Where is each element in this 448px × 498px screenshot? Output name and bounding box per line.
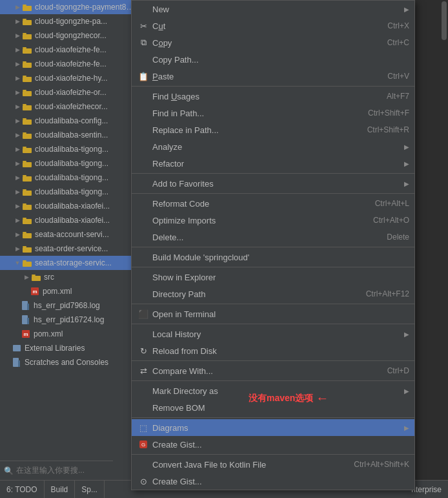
sidebar-item[interactable]: ▶ cloudalibaba-tigong... [0, 156, 136, 171]
menu-separator [132, 360, 414, 361]
menu-item-find-in-path[interactable]: Find in Path... Ctrl+Shift+F [132, 105, 414, 121]
sidebar-item[interactable]: ▶ cloud-xiaofeizhecor... [0, 99, 136, 114]
menu-item-optimize-imports[interactable]: Optimize Imports Ctrl+Alt+O [132, 212, 414, 229]
sidebar-item[interactable]: hs_err_pid7968.log [0, 298, 136, 313]
menu-item-reload-from-disk[interactable]: ↻ Reload from Disk [132, 342, 414, 359]
sidebar-item[interactable]: ▶ cloud-xiaofeizhe-fe... [0, 43, 136, 57]
svg-rect-0 [23, 5, 26, 6]
sidebar-item[interactable]: External Libraries [0, 341, 136, 355]
svg-rect-14 [23, 104, 26, 105]
sidebar-item[interactable]: ▼ seata-storage-servic... [0, 256, 136, 270]
sidebar-item[interactable]: ▶ cloud-tigongzhe-payment8002 [0, 0, 136, 14]
sidebar-item[interactable]: ▶ cloudalibaba-tigong... [0, 185, 136, 199]
submenu-arrow: ▶ [404, 160, 409, 167]
menu-item-create-gist-2[interactable]: ⊙ Create Gist... [132, 473, 414, 490]
menu-item-reformat-code[interactable]: Reformat Code Ctrl+Alt+L [132, 195, 414, 212]
sidebar-item[interactable]: ▶ seata-order-service... [0, 242, 136, 256]
svg-rect-5 [23, 34, 32, 39]
menu-shortcut: Ctrl+X [387, 21, 409, 30]
menu-item-build-module[interactable]: Build Module 'springcloud' [132, 249, 414, 265]
menu-shortcut: Delete [387, 233, 409, 242]
expand-arrow[interactable]: ▶ [14, 231, 21, 238]
menu-item-copy-path[interactable]: Copy Path... [132, 51, 414, 68]
menu-item-create-gist-1[interactable]: G Create Gist... [132, 436, 414, 453]
expand-arrow[interactable]: ▶ [14, 103, 21, 110]
menu-item-find-usages[interactable]: Find Usages Alt+F7 [132, 88, 414, 105]
svg-rect-15 [23, 105, 32, 110]
svg-rect-20 [23, 147, 26, 148]
menu-item-show-in-explorer[interactable]: Show in Explorer [132, 269, 414, 285]
springcloud-label: Sp... [81, 485, 97, 494]
menu-item-convert-kotlin[interactable]: Convert Java File to Kotlin File Ctrl+Al… [132, 456, 414, 473]
expand-arrow[interactable]: ▶ [14, 18, 21, 25]
item-icon [22, 101, 32, 112]
svg-rect-38 [32, 275, 36, 276]
sidebar-item[interactable]: Scratches and Consoles [0, 355, 136, 369]
menu-item-diagrams[interactable]: ⬚ Diagrams ▶ [132, 419, 414, 436]
item-icon: m [21, 329, 31, 339]
build-button[interactable]: Build [45, 481, 76, 498]
item-icon [22, 2, 32, 12]
sidebar-item[interactable]: ▶ cloudalibaba-sentin... [0, 128, 136, 142]
annotation-text: 没有maven选项 [249, 393, 313, 404]
menu-item-paste[interactable]: 📋 Paste Ctrl+V [132, 68, 414, 85]
expand-arrow[interactable]: ▶ [23, 274, 30, 280]
sidebar-item[interactable]: ▶ cloudalibaba-xiaofei... [0, 213, 136, 227]
menu-shortcut: Alt+F7 [387, 92, 409, 101]
expand-arrow[interactable]: ▼ [14, 260, 21, 266]
sidebar-item[interactable]: ▶ src [0, 270, 136, 284]
sidebar-item[interactable]: ▶ cloudalibaba-xiaofei... [0, 199, 136, 213]
menu-item-cut[interactable]: ✂ Cut Ctrl+X [132, 17, 414, 34]
sidebar-item[interactable]: ▶ cloud-tigongzhe-pa... [0, 14, 136, 28]
expand-arrow[interactable]: ▶ [14, 61, 21, 67]
scrollbar-thumb[interactable] [442, 1, 447, 40]
expand-arrow[interactable]: ▶ [14, 174, 21, 181]
expand-arrow[interactable]: ▶ [14, 47, 21, 53]
todo-button[interactable]: 6: TODO [0, 481, 45, 498]
menu-item-refactor[interactable]: Refactor ▶ [132, 155, 414, 172]
svg-rect-8 [23, 61, 26, 63]
expand-arrow[interactable]: ▶ [14, 189, 21, 195]
build-label: Build [51, 485, 68, 494]
expand-arrow[interactable]: ▶ [14, 132, 21, 138]
sidebar-item[interactable]: m pom.xml [0, 284, 136, 298]
expand-arrow[interactable]: ▶ [14, 160, 21, 167]
expand-arrow[interactable]: ▶ [14, 245, 21, 252]
expand-arrow[interactable]: ▶ [14, 203, 21, 209]
sidebar-item[interactable]: ▶ cloudalibaba-tigong... [0, 171, 136, 185]
expand-arrow[interactable]: ▶ [14, 89, 21, 96]
sidebar-item[interactable]: ▶ cloudalibaba-config... [0, 114, 136, 128]
expand-arrow[interactable]: ▶ [14, 146, 21, 152]
menu-item-analyze[interactable]: Analyze ▶ [132, 138, 414, 155]
sidebar-item[interactable]: ▶ cloud-xiaofeizhe-or... [0, 85, 136, 99]
sidebar-item[interactable]: ▶ cloud-tigongzhecor... [0, 28, 136, 43]
menu-item-compare-with[interactable]: ⇄ Compare With... Ctrl+D [132, 362, 414, 379]
sidebar-item[interactable]: ▶ cloud-xiaofeizhe-hy... [0, 71, 136, 85]
svg-rect-25 [23, 176, 32, 182]
menu-item-directory-path[interactable]: Directory Path Ctrl+Alt+F12 [132, 285, 414, 302]
menu-item-open-in-terminal[interactable]: ⬛ Open in Terminal [132, 306, 414, 322]
expand-arrow[interactable]: ▶ [14, 32, 21, 39]
svg-rect-26 [23, 189, 26, 191]
menu-item-local-history[interactable]: Local History ▶ [132, 326, 414, 342]
search-placeholder[interactable]: 在这里输入你要搜... [16, 465, 85, 476]
expand-arrow[interactable]: ▶ [14, 217, 21, 223]
menu-item-copy[interactable]: ⧉ Copy Ctrl+C [132, 34, 414, 51]
menu-label: Find in Path... [152, 109, 358, 118]
sidebar-item[interactable]: m pom.xml [0, 327, 136, 341]
menu-item-replace-in-path[interactable]: Replace in Path... Ctrl+Shift+R [132, 121, 414, 138]
sidebar-item[interactable]: ▶ cloudalibaba-tigong... [0, 142, 136, 156]
svg-rect-16 [23, 118, 26, 119]
item-label: cloud-xiaofeizhe-fe... [35, 45, 107, 54]
expand-arrow[interactable]: ▶ [14, 75, 21, 81]
springcloud-button[interactable]: Sp... [75, 481, 105, 498]
sidebar-item[interactable]: ▶ cloud-xiaofeizhe-fe... [0, 57, 136, 71]
expand-arrow[interactable]: ▶ [14, 4, 21, 10]
sidebar-item[interactable]: hs_err_pid16724.log [0, 313, 136, 327]
expand-arrow[interactable]: ▶ [14, 118, 21, 124]
menu-item-delete[interactable]: Delete... Delete [132, 229, 414, 245]
menu-item-new[interactable]: New ▶ [132, 1, 414, 17]
sidebar-item[interactable]: ▶ seata-account-servi... [0, 227, 136, 242]
svg-rect-4 [23, 33, 26, 34]
menu-item-add-to-favorites[interactable]: Add to Favorites ▶ [132, 175, 414, 192]
